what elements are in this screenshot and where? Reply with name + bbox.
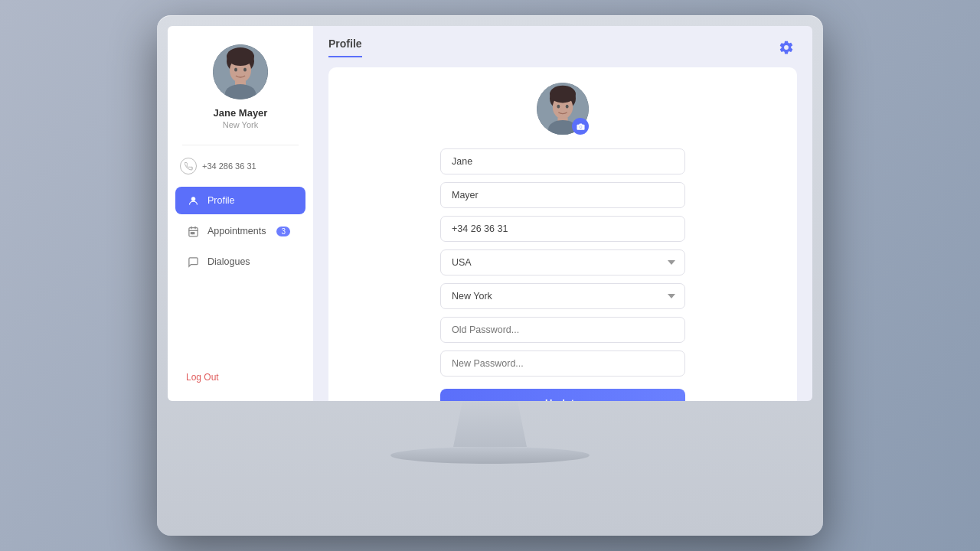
svg-point-7 — [243, 68, 247, 72]
profile-tab-label[interactable]: Profile — [328, 37, 362, 57]
sidebar-avatar — [213, 44, 268, 99]
svg-point-21 — [557, 105, 560, 109]
first-name-field-wrap — [440, 148, 685, 174]
city-select[interactable]: New York Los Angeles Chicago — [440, 283, 685, 309]
person-icon — [186, 194, 200, 207]
calendar-icon — [186, 224, 200, 238]
camera-badge-button[interactable] — [572, 118, 589, 135]
country-field-wrap: USA Canada UK Spain — [440, 249, 685, 276]
top-bar: Profile — [313, 26, 812, 58]
svg-point-6 — [234, 68, 237, 72]
sidebar-item-appointments[interactable]: Appointments 3 — [175, 217, 305, 245]
chat-icon — [186, 255, 200, 269]
settings-button[interactable] — [776, 37, 797, 58]
svg-point-8 — [191, 197, 195, 201]
profile-nav-label: Profile — [207, 195, 234, 206]
sidebar-user-location: New York — [223, 120, 258, 129]
sidebar-divider — [182, 145, 299, 145]
svg-point-3 — [227, 47, 254, 66]
appointments-nav-label: Appointments — [207, 226, 266, 236]
phone-field-wrap — [440, 216, 685, 242]
screen: Jane Mayer New York +34 286 36 31 — [168, 26, 812, 401]
sidebar-phone: +34 286 36 31 — [202, 161, 256, 171]
new-password-input[interactable] — [440, 350, 685, 377]
monitor: Jane Mayer New York +34 286 36 31 — [157, 15, 823, 536]
last-name-input[interactable] — [440, 182, 685, 208]
sidebar-item-profile[interactable]: Profile — [175, 187, 305, 214]
profile-card: USA Canada UK Spain New York Los Angeles… — [328, 67, 797, 401]
main-content: Profile — [313, 26, 812, 401]
old-password-input[interactable] — [440, 317, 685, 343]
appointments-badge: 3 — [276, 227, 290, 236]
sidebar-item-dialogues[interactable]: Dialogues — [175, 248, 305, 276]
monitor-stand-neck — [444, 401, 536, 447]
update-button[interactable]: Update — [440, 389, 685, 401]
country-select[interactable]: USA Canada UK Spain — [440, 249, 685, 276]
sidebar-user-name: Jane Mayer — [214, 107, 268, 119]
old-password-field-wrap — [440, 317, 685, 343]
phone-row: +34 286 36 31 — [168, 150, 313, 182]
first-name-input[interactable] — [440, 148, 685, 174]
phone-icon — [180, 158, 197, 174]
city-field-wrap: New York Los Angeles Chicago — [440, 283, 685, 309]
nav-items: Profile Appointments 3 — [168, 187, 313, 276]
svg-rect-14 — [192, 232, 194, 233]
svg-rect-13 — [191, 232, 192, 233]
monitor-stand-base — [390, 447, 590, 464]
sidebar: Jane Mayer New York +34 286 36 31 — [168, 26, 313, 401]
phone-input[interactable] — [440, 216, 685, 242]
profile-avatar-container — [537, 83, 589, 135]
svg-point-18 — [550, 86, 576, 103]
svg-point-24 — [580, 126, 582, 128]
last-name-field-wrap — [440, 182, 685, 208]
logout-button[interactable]: Log Out — [168, 366, 230, 389]
dialogues-nav-label: Dialogues — [207, 256, 250, 267]
svg-point-22 — [566, 105, 569, 109]
new-password-field-wrap — [440, 350, 685, 377]
